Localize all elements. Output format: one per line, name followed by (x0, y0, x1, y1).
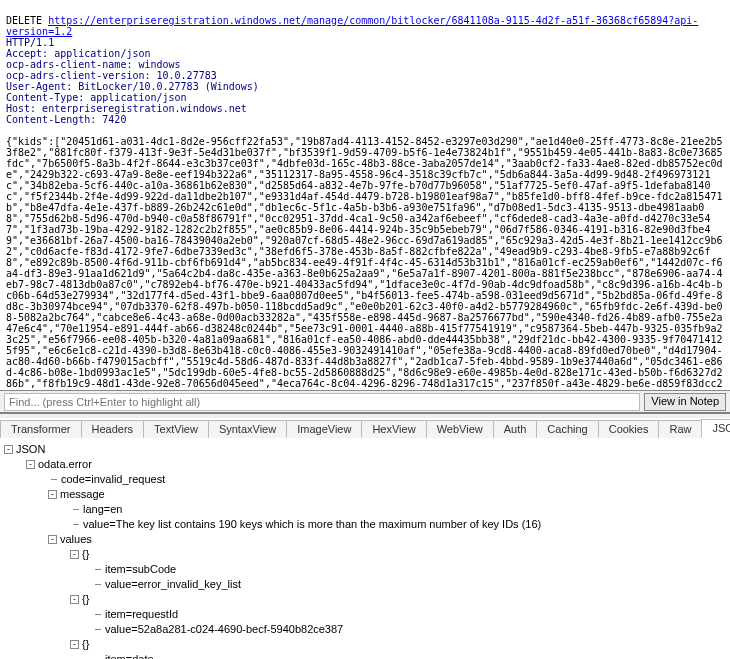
tab-auth[interactable]: Auth (493, 420, 538, 438)
hdr-4: Content-Type: application/json (6, 92, 187, 103)
collapse-icon[interactable]: - (70, 640, 79, 649)
requestid-value-leaf[interactable]: value=52a8a281-c024-4690-becf-5940b82ce3… (92, 622, 726, 637)
http-version: HTTP/1.1 (6, 37, 54, 48)
collapse-icon[interactable]: - (26, 460, 35, 469)
tab-transformer[interactable]: Transformer (0, 420, 82, 438)
odata-error-node[interactable]: - odata.error (26, 457, 726, 472)
collapse-icon[interactable]: - (48, 535, 57, 544)
json-tree[interactable]: - JSON - odata.error code=invalid_reques… (0, 438, 730, 659)
response-inspector-tabs: Transformer Headers TextView SyntaxView … (0, 418, 730, 438)
hdr-1: ocp-adrs-client-name: windows (6, 59, 181, 70)
tab-webview[interactable]: WebView (426, 420, 494, 438)
tab-json[interactable]: JSON (701, 419, 730, 438)
subcode-value-leaf[interactable]: value=error_invalid_key_list (92, 577, 726, 592)
tab-hexview[interactable]: HexView (361, 420, 426, 438)
hdr-3: User-Agent: BitLocker/10.0.27783 (Window… (6, 81, 259, 92)
tab-cookies[interactable]: Cookies (598, 420, 660, 438)
subcode-item-leaf[interactable]: item=subCode (92, 562, 726, 577)
values-node[interactable]: - values (48, 532, 726, 547)
hdr-6: Content-Length: 7420 (6, 114, 126, 125)
message-node[interactable]: - message (48, 487, 726, 502)
tab-headers[interactable]: Headers (81, 420, 145, 438)
raw-request-panel: DELETE https://enterpriseregistration.wi… (0, 0, 730, 390)
code-leaf[interactable]: code=invalid_request (48, 472, 726, 487)
json-root-node[interactable]: - JSON (4, 442, 726, 457)
request-body: {"kids":["20451d61-a031-4dc1-8d2e-956cff… (6, 136, 724, 390)
request-url[interactable]: https://enterpriseregistration.windows.n… (6, 15, 698, 37)
http-method: DELETE (6, 15, 42, 26)
values-2-node[interactable]: - {} (70, 637, 726, 652)
tab-caching[interactable]: Caching (536, 420, 598, 438)
requestid-item-leaf[interactable]: item=requestId (92, 607, 726, 622)
lang-leaf[interactable]: lang=en (70, 502, 726, 517)
hdr-2: ocp-adrs-client-version: 10.0.27783 (6, 70, 217, 81)
tab-raw[interactable]: Raw (658, 420, 702, 438)
tab-imageview[interactable]: ImageView (286, 420, 362, 438)
date-item-leaf[interactable]: item=date (92, 652, 726, 659)
tab-syntaxview[interactable]: SyntaxView (208, 420, 287, 438)
collapse-icon[interactable]: - (48, 490, 57, 499)
values-1-node[interactable]: - {} (70, 592, 726, 607)
hdr-5: Host: enterpriseregistration.windows.net (6, 103, 247, 114)
find-bar: View in Notep (0, 390, 730, 412)
find-input[interactable] (4, 393, 640, 411)
message-value-leaf[interactable]: value=The key list contains 190 keys whi… (70, 517, 726, 532)
collapse-icon[interactable]: - (4, 445, 13, 454)
hdr-0: Accept: application/json (6, 48, 151, 59)
collapse-icon[interactable]: - (70, 550, 79, 559)
tab-textview[interactable]: TextView (143, 420, 209, 438)
view-in-notepad-button[interactable]: View in Notep (644, 393, 726, 411)
values-0-node[interactable]: - {} (70, 547, 726, 562)
collapse-icon[interactable]: - (70, 595, 79, 604)
